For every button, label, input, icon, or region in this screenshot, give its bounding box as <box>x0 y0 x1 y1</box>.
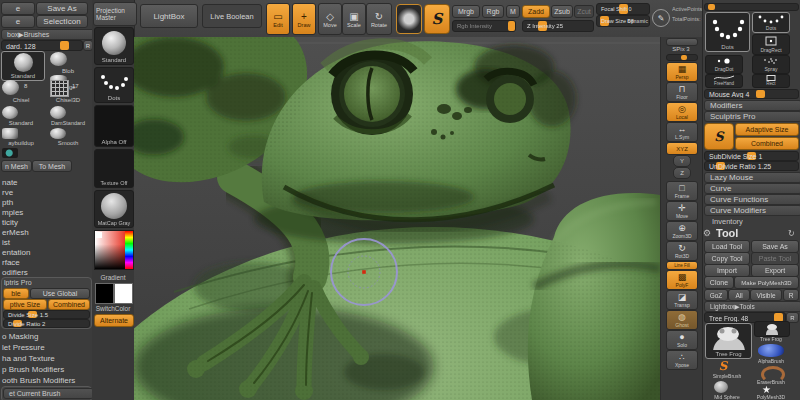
xpose-button[interactable]: ∴ Xpose <box>666 350 698 370</box>
lazy-mouse-section[interactable]: Lazy Mouse <box>704 172 800 183</box>
stroke-thumb-dots[interactable]: Dots <box>752 12 790 33</box>
goz-r-button[interactable]: R <box>783 289 799 301</box>
alternate-button[interactable]: Alternate <box>94 314 134 327</box>
slider-handle[interactable] <box>708 4 715 10</box>
draw-size-slider[interactable]: Draw Size 68 Dynamic <box>596 15 650 27</box>
brush-menu-item[interactable]: ist <box>2 238 10 247</box>
current-brush-bar[interactable]: et Current Brush <box>3 388 94 399</box>
stroke-thumb-spray[interactable]: Spray <box>752 55 790 74</box>
from-mesh-button[interactable]: n Mesh <box>1 160 32 172</box>
projection-master-button[interactable]: Projection Master <box>93 2 137 26</box>
viewport[interactable] <box>134 37 660 400</box>
clone-brush-button[interactable]: e <box>1 15 35 28</box>
scale-button[interactable]: ▣ Scale <box>342 3 366 35</box>
zcut-button[interactable]: Zcut <box>574 5 594 18</box>
curve-functions-section[interactable]: Curve Functions <box>704 194 800 205</box>
stroke-inventory-slider[interactable] <box>704 3 799 11</box>
zsub-button[interactable]: Zsub <box>551 5 573 18</box>
brush-inventory-slider[interactable]: dard. 128 <box>1 40 83 51</box>
sculptris-brush-icon[interactable]: S <box>704 123 734 150</box>
goz-all-button[interactable]: All <box>728 289 750 301</box>
undivide-ratio-slider[interactable]: Divide Ratio 2 <box>3 319 90 328</box>
lightbox-brushes-bar[interactable]: box▶Brushes <box>1 29 96 40</box>
slider-handle[interactable] <box>60 41 69 50</box>
to-mesh-button[interactable]: To Mesh <box>32 160 72 172</box>
stroke-thumb-dragrect[interactable]: DragRect <box>752 34 790 55</box>
lightbox-button[interactable]: LightBox <box>140 4 198 28</box>
main-color-swatch[interactable] <box>95 283 114 304</box>
brush-menu-item[interactable]: p Brush Modifiers <box>2 365 64 374</box>
subdivide-size-slider[interactable]: Divide Size 1.5 <box>3 310 90 319</box>
m-button[interactable]: M <box>506 5 520 18</box>
undivide-ratio-slider-right[interactable]: UnDivide Ratio 1.25 <box>704 161 799 171</box>
secondary-color-swatch[interactable] <box>114 283 133 304</box>
curve-section[interactable]: Curve <box>704 183 800 194</box>
tool-thumb-alphabrush[interactable] <box>758 344 784 357</box>
lightbox-tools-bar[interactable]: Lightbox▶Tools <box>704 301 800 312</box>
brush-menu-item[interactable]: nate <box>2 178 18 187</box>
subdivide-size-slider-right[interactable]: SubDivide Size 1 <box>704 151 799 161</box>
move-button[interactable]: ◇ Move <box>318 3 342 35</box>
rotate-button[interactable]: ↻ Rotate <box>366 3 392 35</box>
zadd-button[interactable]: Zadd <box>522 5 550 18</box>
switchcolor-label[interactable]: SwitchColor <box>92 305 134 312</box>
floor-button[interactable]: ⊓ Floor <box>666 82 698 102</box>
hue-strip[interactable] <box>125 231 133 269</box>
z-button[interactable]: Z <box>673 167 691 179</box>
stroke-thumb-rect[interactable]: Rect <box>752 74 790 88</box>
color-picker[interactable] <box>94 230 134 270</box>
brush-menu-item[interactable]: erMesh <box>2 228 29 237</box>
curve-modifiers-section[interactable]: Curve Modifiers <box>704 205 800 216</box>
tool-thumb-treefrog-small[interactable] <box>754 321 790 337</box>
goz-button[interactable]: GoZ <box>704 289 728 301</box>
clone-tool-button[interactable]: Clone <box>704 276 734 289</box>
rgb-intensity-slider[interactable]: Rgb Intensity <box>452 20 516 32</box>
brush-menu-item[interactable]: pth <box>2 198 13 207</box>
current-brush-icon[interactable]: S <box>424 4 450 34</box>
slider-handle[interactable] <box>756 90 765 98</box>
gradient-label[interactable]: Gradient <box>92 274 134 281</box>
focal-shift-slider[interactable]: Focal Shift 0 <box>596 3 650 15</box>
alpha-off-thumb[interactable]: Alpha Off <box>94 105 134 147</box>
adaptive-size-button-right[interactable]: Adaptive Size <box>735 123 799 136</box>
sculptris-enable-button[interactable]: ble <box>3 288 29 299</box>
make-polymesh3d-button[interactable]: Make PolyMesh3D <box>734 276 799 289</box>
bpr-button-partial[interactable] <box>666 38 698 46</box>
adaptive-size-button[interactable]: ptive Size <box>3 299 47 310</box>
xyz-button[interactable]: XYZ <box>666 142 698 155</box>
stroke-thumb-dots-big[interactable]: Dots <box>705 12 750 52</box>
move3d-button[interactable]: ✛ Move <box>666 201 698 221</box>
tool-thumb-midsphere[interactable] <box>714 381 728 393</box>
current-brush-thumb[interactable]: Standard <box>94 27 134 65</box>
spix-slider[interactable] <box>666 54 698 61</box>
brush-thumb-smooth[interactable] <box>50 128 66 139</box>
transp-button[interactable]: ◪ Transp <box>666 290 698 310</box>
frame-button[interactable]: □ Frame <box>666 181 698 201</box>
zoom3d-button[interactable]: ⊕ Zoom3D <box>666 221 698 241</box>
brush-menu-item[interactable]: entation <box>2 248 30 257</box>
brush-thumb-blob[interactable] <box>50 52 67 66</box>
save-as-brush-button[interactable]: Save As <box>36 2 88 15</box>
edit-button[interactable]: ▭ Edit <box>266 3 290 35</box>
ghost-button[interactable]: ◍ Ghost <box>666 310 698 330</box>
combined-button[interactable]: Combined <box>48 299 90 310</box>
tool-refresh-icon[interactable]: ↻ <box>788 229 795 238</box>
brush-menu-item[interactable]: rve <box>2 188 13 197</box>
stroke-thumb-freehand[interactable]: FreeHand <box>705 74 743 88</box>
goz-visible-button[interactable]: Visible <box>750 289 782 301</box>
sculptris-pro-section[interactable]: Sculptris Pro <box>704 111 800 122</box>
use-global-button[interactable]: Use Global <box>30 288 90 299</box>
texture-off-thumb[interactable]: Texture Off <box>94 149 134 188</box>
tool-thumb-simplebrush[interactable]: S <box>712 359 734 372</box>
mouse-avg-slider[interactable]: Mouse Avg 4 <box>704 89 799 99</box>
brush-thumb-chisel[interactable] <box>2 80 19 95</box>
brush-thumb-standard-big[interactable]: Standard <box>1 51 45 81</box>
modifiers-section[interactable]: Modifiers <box>704 100 800 111</box>
load-brush-button[interactable]: e <box>1 2 35 15</box>
brush-menu-item[interactable]: o Masking <box>2 332 38 341</box>
sculptris-header[interactable]: lptris Pro <box>4 279 32 286</box>
live-boolean-button[interactable]: Live Boolean <box>202 4 262 28</box>
stroke-thumb-dragdot[interactable]: DragDot <box>705 55 743 74</box>
line-fill-tag[interactable]: Line Fill <box>666 261 698 270</box>
lsym-button[interactable]: ↔ L.Sym <box>666 122 698 142</box>
